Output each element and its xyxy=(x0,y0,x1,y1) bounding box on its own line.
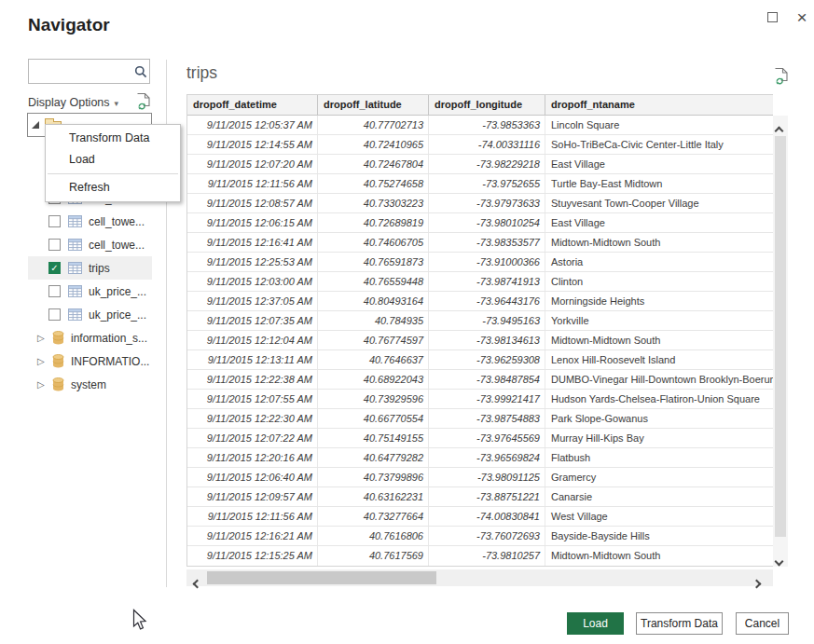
cell-dropoff_datetime: 9/11/2015 12:37:05 AM xyxy=(187,292,318,310)
table-row: 9/11/2015 12:20:16 AM40.64779282-73.9656… xyxy=(187,448,773,468)
cell-dropoff_ntaname: DUMBO-Vinegar Hill-Downtown Brooklyn-Boe… xyxy=(545,370,773,389)
cell-dropoff_datetime: 9/11/2015 12:11:56 AM xyxy=(187,507,318,526)
table-row: 9/11/2015 12:22:30 AM40.66770554-73.9875… xyxy=(187,409,773,429)
cancel-button[interactable]: Cancel xyxy=(736,612,789,635)
cell-dropoff_ntaname: Stuyvesant Town-Cooper Village xyxy=(545,194,773,212)
refresh-preview-icon[interactable] xyxy=(136,100,152,113)
cell-dropoff_longitude: -73.9853363 xyxy=(429,116,545,134)
tree-item-informatio[interactable]: ▷ INFORMATIO... xyxy=(28,349,159,373)
expanded-triangle-icon[interactable] xyxy=(32,121,39,129)
checkbox-unchecked[interactable] xyxy=(48,239,61,251)
search-input[interactable] xyxy=(29,60,132,83)
cell-dropoff_latitude: 40.63162231 xyxy=(318,487,429,506)
cell-dropoff_latitude: 40.68922043 xyxy=(318,370,429,389)
cell-dropoff_datetime: 9/11/2015 12:06:15 AM xyxy=(187,213,318,232)
cell-dropoff_longitude: -73.98134613 xyxy=(429,331,545,349)
checkbox-unchecked[interactable] xyxy=(48,308,61,321)
load-button[interactable]: Load xyxy=(567,612,624,635)
window-close-button[interactable]: × xyxy=(790,6,814,28)
cell-dropoff_ntaname: Morningside Heights xyxy=(545,292,773,310)
refresh-list-slot[interactable] xyxy=(136,92,152,113)
menu-item-load[interactable]: Load xyxy=(46,149,180,171)
scroll-right-icon[interactable] xyxy=(753,574,760,591)
checkbox-unchecked[interactable] xyxy=(48,285,61,297)
table-icon xyxy=(68,215,82,227)
cell-dropoff_ntaname: East Village xyxy=(545,213,773,232)
cell-dropoff_ntaname: Bayside-Bayside Hills xyxy=(545,527,773,545)
cell-dropoff_datetime: 9/11/2015 12:07:22 AM xyxy=(187,429,318,447)
tree-item-uk-price[interactable]: uk_price_... xyxy=(28,303,159,326)
table-row: 9/11/2015 12:12:04 AM40.76774597-73.9813… xyxy=(187,331,773,350)
cell-dropoff_latitude: 40.80493164 xyxy=(318,292,429,310)
cell-dropoff_datetime: 9/11/2015 12:22:38 AM xyxy=(187,370,318,389)
window-restore-button[interactable] xyxy=(760,6,784,28)
window-restore-icon xyxy=(767,12,778,22)
mouse-cursor xyxy=(132,609,148,636)
cell-dropoff_datetime: 9/11/2015 12:16:41 AM xyxy=(187,233,318,252)
checkbox-checked[interactable]: ✓ xyxy=(48,262,61,274)
cell-dropoff_longitude: -73.96443176 xyxy=(429,292,545,310)
cell-dropoff_datetime: 9/11/2015 12:25:53 AM xyxy=(187,253,318,271)
cell-dropoff_longitude: -73.99921417 xyxy=(429,390,545,408)
menu-item-transform-data[interactable]: Transform Data xyxy=(46,128,180,149)
table-row: 9/11/2015 12:14:55 AM40.72410965-74.0033… xyxy=(187,135,773,155)
cell-dropoff_datetime: 9/11/2015 12:07:35 AM xyxy=(187,311,318,330)
table-row: 9/11/2015 12:37:05 AM40.80493164-73.9644… xyxy=(187,292,773,311)
scroll-down-icon[interactable] xyxy=(776,552,782,569)
column-header-dropoff_ntaname: dropoff_ntaname xyxy=(545,95,773,115)
cell-dropoff_datetime: 9/11/2015 12:22:30 AM xyxy=(187,409,318,428)
table-row: 9/11/2015 12:07:22 AM40.75149155-73.9764… xyxy=(187,429,773,448)
horizontal-scroll-thumb[interactable] xyxy=(207,571,436,584)
table-row: 9/11/2015 12:16:21 AM40.7616806-73.76072… xyxy=(187,527,773,546)
table-row: 9/11/2015 12:16:41 AM40.74606705-73.9835… xyxy=(187,233,773,253)
table-row: 9/11/2015 12:22:38 AM40.68922043-73.9848… xyxy=(187,370,773,390)
vertical-scroll-thumb[interactable] xyxy=(775,136,786,537)
cell-dropoff_datetime: 9/11/2015 12:08:57 AM xyxy=(187,194,318,212)
cell-dropoff_longitude: -73.98229218 xyxy=(429,155,545,173)
cell-dropoff_latitude: 40.75149155 xyxy=(318,429,429,447)
refresh-preview-icon[interactable] xyxy=(774,72,790,88)
tree-item-uk-price[interactable]: uk_price_... xyxy=(28,280,159,303)
tree-item-system[interactable]: ▷ system xyxy=(28,373,159,396)
expand-collapsed-icon[interactable]: ▷ xyxy=(37,379,46,390)
tree-item-trips[interactable]: ✓ trips xyxy=(28,256,152,280)
tree-item-cell-towe[interactable]: cell_towe... xyxy=(28,233,159,256)
table-row: 9/11/2015 12:11:56 AM40.75274658-73.9752… xyxy=(187,174,773,194)
cell-dropoff_longitude: -73.9752655 xyxy=(429,174,545,193)
cell-dropoff_longitude: -73.98487854 xyxy=(429,370,545,389)
cell-dropoff_datetime: 9/11/2015 12:09:57 AM xyxy=(187,487,318,506)
transform-data-button[interactable]: Transform Data xyxy=(636,612,723,635)
table-row: 9/11/2015 12:07:55 AM40.73929596-73.9992… xyxy=(187,390,773,409)
cell-dropoff_longitude: -73.91000366 xyxy=(429,253,545,271)
cell-dropoff_datetime: 9/11/2015 12:14:55 AM xyxy=(187,135,318,154)
tree-item-label: uk_price_... xyxy=(89,285,146,298)
tree-item-label: trips xyxy=(89,262,110,275)
cell-dropoff_datetime: 9/11/2015 12:07:55 AM xyxy=(187,390,318,408)
menu-separator xyxy=(48,173,178,174)
cell-dropoff_longitude: -73.97645569 xyxy=(429,429,545,447)
table-row: 9/11/2015 12:09:57 AM40.63162231-73.8875… xyxy=(187,487,773,507)
horizontal-scrollbar[interactable] xyxy=(186,569,773,586)
cell-dropoff_latitude: 40.73303223 xyxy=(318,194,429,212)
expand-collapsed-icon[interactable]: ▷ xyxy=(37,356,46,366)
column-header-dropoff_latitude: dropoff_latitude xyxy=(318,95,429,115)
tree-item-label: information_s... xyxy=(71,332,147,345)
expand-collapsed-icon[interactable]: ▷ xyxy=(37,333,46,343)
cell-dropoff_latitude: 40.7616806 xyxy=(318,527,429,545)
scroll-left-icon[interactable] xyxy=(194,574,200,591)
cell-dropoff_longitude: -73.98754883 xyxy=(429,409,545,428)
cell-dropoff_latitude: 40.784935 xyxy=(318,311,429,330)
search-icon[interactable] xyxy=(132,65,149,78)
database-icon xyxy=(52,377,64,391)
display-options-dropdown[interactable]: Display Options ▾ xyxy=(28,93,152,112)
checkbox-unchecked[interactable] xyxy=(48,215,61,227)
cell-dropoff_longitude: -73.88751221 xyxy=(429,487,545,506)
tree-item-information-s[interactable]: ▷ information_s... xyxy=(28,326,159,349)
menu-item-refresh[interactable]: Refresh xyxy=(46,177,180,199)
tree-item-label: uk_price_... xyxy=(89,308,146,322)
vertical-scrollbar[interactable] xyxy=(773,116,788,567)
cell-dropoff_longitude: -73.9810257 xyxy=(429,546,545,566)
preview-title: trips xyxy=(186,63,217,83)
refresh-preview-slot[interactable] xyxy=(774,67,790,89)
tree-item-cell-towe[interactable]: cell_towe... xyxy=(28,210,159,233)
